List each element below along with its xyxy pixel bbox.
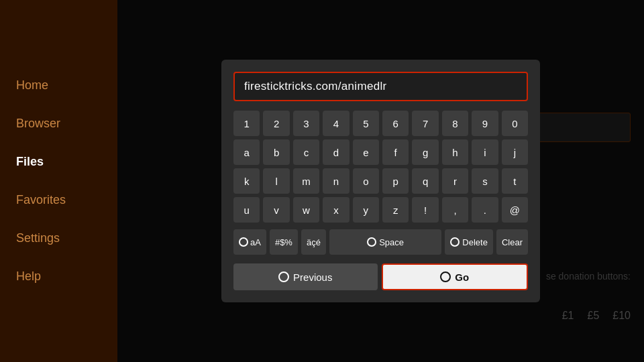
key-emoji-case[interactable]: aA bbox=[233, 229, 266, 255]
key-z[interactable]: z bbox=[382, 197, 409, 223]
key-c[interactable]: c bbox=[293, 139, 319, 165]
key-o[interactable]: o bbox=[353, 168, 379, 194]
key-delete[interactable]: Delete bbox=[445, 229, 493, 255]
previous-button[interactable]: Previous bbox=[233, 263, 378, 290]
keyboard-row-2: k l m n o p q r s t bbox=[233, 168, 528, 194]
space-label: Space bbox=[379, 237, 404, 247]
key-2[interactable]: 2 bbox=[263, 111, 289, 136]
key-g[interactable]: g bbox=[412, 139, 438, 165]
emoji-case-label: aA bbox=[250, 237, 261, 247]
keyboard-dialog: firesticktricks.com/animedlr 1 2 3 4 5 6… bbox=[117, 0, 644, 362]
sidebar-item-home[interactable]: Home bbox=[0, 69, 117, 102]
emoji-icon bbox=[239, 237, 248, 247]
key-p[interactable]: p bbox=[382, 168, 409, 194]
key-3[interactable]: 3 bbox=[293, 111, 319, 136]
key-7[interactable]: 7 bbox=[412, 111, 438, 136]
keyboard: 1 2 3 4 5 6 7 8 9 0 a b c d e f g h bbox=[233, 111, 528, 290]
key-symbols[interactable]: #$% bbox=[270, 229, 298, 255]
key-at[interactable]: @ bbox=[502, 197, 528, 223]
sidebar-item-files[interactable]: Files bbox=[0, 145, 117, 178]
sidebar-item-settings[interactable]: Settings bbox=[0, 222, 117, 255]
key-5[interactable]: 5 bbox=[353, 111, 379, 136]
previous-label: Previous bbox=[293, 272, 332, 283]
keyboard-row-3: u v w x y z ! , . @ bbox=[233, 197, 528, 223]
keyboard-row-numbers: 1 2 3 4 5 6 7 8 9 0 bbox=[233, 111, 528, 136]
key-clear[interactable]: Clear bbox=[496, 229, 528, 255]
go-icon bbox=[440, 272, 451, 282]
key-h[interactable]: h bbox=[442, 139, 468, 165]
key-y[interactable]: y bbox=[353, 197, 379, 223]
go-label: Go bbox=[455, 272, 469, 283]
key-8[interactable]: 8 bbox=[442, 111, 468, 136]
key-n[interactable]: n bbox=[323, 168, 349, 194]
key-0[interactable]: 0 bbox=[502, 111, 528, 136]
key-accents[interactable]: äçé bbox=[301, 229, 326, 255]
prev-icon bbox=[278, 272, 289, 282]
key-6[interactable]: 6 bbox=[382, 111, 409, 136]
clear-label: Clear bbox=[502, 237, 523, 247]
symbols-label: #$% bbox=[275, 237, 292, 247]
url-input-text: firesticktricks.com/animedlr bbox=[244, 80, 386, 93]
url-input-container[interactable]: firesticktricks.com/animedlr bbox=[233, 72, 528, 101]
sidebar-item-favorites[interactable]: Favorites bbox=[0, 184, 117, 217]
key-l[interactable]: l bbox=[263, 168, 289, 194]
keyboard-action-row: aA #$% äçé Space Delete Clear bbox=[233, 229, 528, 255]
key-w[interactable]: w bbox=[293, 197, 319, 223]
key-x[interactable]: x bbox=[323, 197, 349, 223]
space-icon bbox=[367, 237, 376, 247]
sidebar-item-help[interactable]: Help bbox=[0, 260, 117, 293]
key-period[interactable]: . bbox=[472, 197, 498, 223]
key-u[interactable]: u bbox=[233, 197, 260, 223]
key-k[interactable]: k bbox=[233, 168, 260, 194]
key-q[interactable]: q bbox=[412, 168, 438, 194]
accents-label: äçé bbox=[307, 237, 321, 247]
key-s[interactable]: s bbox=[472, 168, 498, 194]
key-e[interactable]: e bbox=[353, 139, 379, 165]
key-r[interactable]: r bbox=[442, 168, 468, 194]
key-t[interactable]: t bbox=[502, 168, 528, 194]
key-4[interactable]: 4 bbox=[323, 111, 349, 136]
key-b[interactable]: b bbox=[263, 139, 289, 165]
key-d[interactable]: d bbox=[323, 139, 349, 165]
delete-label: Delete bbox=[462, 237, 488, 247]
keyboard-nav-row: Previous Go bbox=[233, 263, 528, 290]
key-comma[interactable]: , bbox=[442, 197, 468, 223]
key-a[interactable]: a bbox=[233, 139, 260, 165]
key-i[interactable]: i bbox=[472, 139, 498, 165]
key-v[interactable]: v bbox=[263, 197, 289, 223]
go-button[interactable]: Go bbox=[382, 263, 529, 290]
key-9[interactable]: 9 bbox=[472, 111, 498, 136]
key-f[interactable]: f bbox=[382, 139, 409, 165]
key-m[interactable]: m bbox=[293, 168, 319, 194]
sidebar: Home Browser Files Favorites Settings He… bbox=[0, 0, 117, 362]
key-1[interactable]: 1 bbox=[233, 111, 260, 136]
key-exclaim[interactable]: ! bbox=[412, 197, 438, 223]
dialog-box: firesticktricks.com/animedlr 1 2 3 4 5 6… bbox=[221, 60, 540, 302]
key-j[interactable]: j bbox=[502, 139, 528, 165]
keyboard-row-1: a b c d e f g h i j bbox=[233, 139, 528, 165]
key-space[interactable]: Space bbox=[329, 229, 441, 255]
delete-icon bbox=[450, 237, 460, 247]
sidebar-item-browser[interactable]: Browser bbox=[0, 107, 117, 140]
